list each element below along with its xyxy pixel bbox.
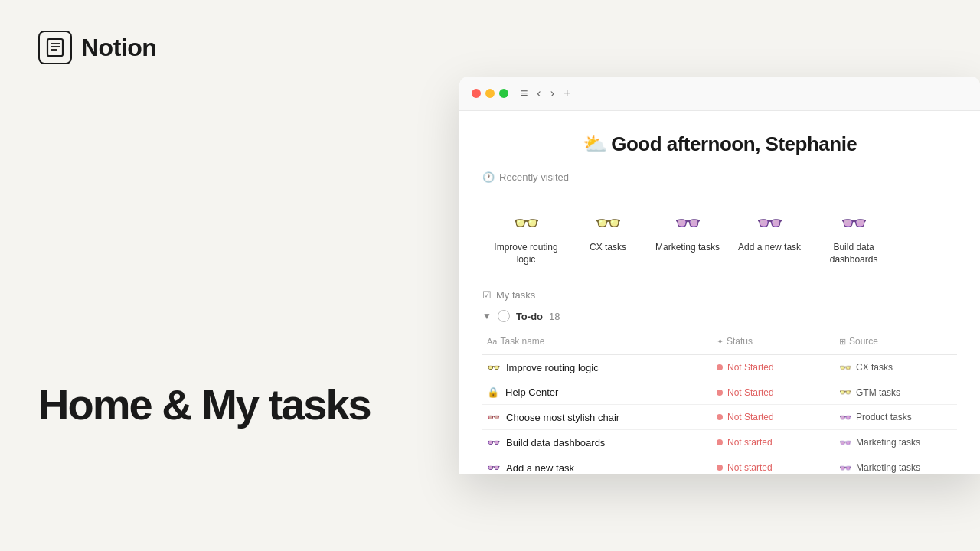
tasks-section-header: ☑ My tasks — [482, 289, 957, 301]
add-icon[interactable]: + — [564, 87, 570, 99]
task-name-cell: 👓 Add a new task — [482, 457, 712, 474]
page-card-name-1: CX tasks — [590, 242, 626, 254]
greeting-section: ⛅Good afternoon, Stephanie — [459, 111, 980, 171]
filter-circle — [498, 310, 510, 322]
status-cell: Not Started — [712, 409, 835, 425]
pages-grid: 👓 Improve routing logic 👓 CX tasks 👓 Mar… — [459, 195, 980, 289]
task-icon: 👓 — [487, 461, 500, 474]
page-card-name-0: Improve routing logic — [492, 242, 560, 266]
col-task-name: Aa Task name — [482, 333, 712, 350]
source-icon: 👓 — [839, 462, 851, 474]
source-text: Marketing tasks — [856, 437, 920, 448]
page-card-3[interactable]: 👓 Add a new task — [729, 203, 810, 273]
page-card-icon-4: 👓 — [841, 210, 867, 236]
source-cell: 👓 CX tasks — [835, 359, 957, 377]
back-icon[interactable]: ‹ — [537, 87, 541, 99]
task-row[interactable]: 👓 Add a new task Not started 👓 Marketing… — [482, 455, 957, 474]
forward-icon[interactable]: › — [550, 87, 554, 99]
task-name-text: Add a new task — [506, 462, 574, 474]
tasks-section: ☑ My tasks ▼ To-do 18 Aa Task name ✦ Sta… — [459, 289, 980, 474]
tasks-filter[interactable]: ▼ To-do 18 — [482, 310, 957, 322]
task-name-cell: 🔒 Help Center — [482, 382, 712, 403]
hero-title: Home & My tasks — [38, 381, 413, 429]
minimize-dot[interactable] — [485, 89, 495, 98]
status-text: Not started — [727, 437, 773, 448]
task-rows-container: 👓 Improve routing logic Not Started 👓 CX… — [482, 355, 957, 474]
greeting-text: ⛅Good afternoon, Stephanie — [490, 132, 949, 156]
status-dot — [717, 390, 723, 396]
svg-rect-0 — [47, 39, 63, 56]
page-card-0[interactable]: 👓 Improve routing logic — [482, 203, 570, 273]
task-icon: 👓 — [487, 411, 500, 423]
task-icon: 🔒 — [487, 386, 499, 398]
status-dot — [717, 439, 723, 445]
hamburger-icon[interactable]: ≡ — [521, 87, 528, 99]
task-icon: 👓 — [487, 436, 500, 448]
maximize-dot[interactable] — [499, 89, 508, 98]
task-row[interactable]: 👓 Build data dashboards Not started 👓 Ma… — [482, 430, 957, 455]
page-card-name-2: Marketing tasks — [655, 242, 720, 254]
filter-count: 18 — [549, 311, 560, 322]
window-controls: ≡ ‹ › + — [521, 87, 570, 99]
notion-logo: Notion — [38, 31, 413, 64]
task-name-text: Improve routing logic — [506, 362, 599, 373]
status-text: Not Started — [727, 387, 774, 398]
close-dot[interactable] — [472, 89, 481, 98]
text-col-icon: Aa — [487, 337, 497, 346]
col-source: ⊞ Source — [835, 333, 957, 350]
task-row[interactable]: 🔒 Help Center Not Started 👓 GTM tasks — [482, 380, 957, 405]
app-window: ≡ ‹ › + ⛅Good afternoon, Stephanie 🕐 Rec… — [459, 77, 980, 474]
source-icon: 👓 — [839, 386, 851, 398]
page-card-4[interactable]: 👓 Build data dashboards — [810, 203, 897, 273]
task-name-cell: 👓 Choose most stylish chair — [482, 406, 712, 428]
my-tasks-label: My tasks — [496, 289, 535, 301]
filter-toggle-icon[interactable]: ▼ — [482, 311, 492, 321]
source-icon: 👓 — [839, 437, 851, 448]
notion-icon — [38, 31, 72, 64]
greeting-emoji: ⛅ — [583, 132, 607, 155]
source-cell: 👓 Marketing tasks — [835, 434, 957, 452]
source-text: GTM tasks — [856, 387, 900, 398]
col-status: ✦ Status — [712, 333, 835, 350]
filter-label: To-do — [516, 311, 543, 322]
task-name-cell: 👓 Improve routing logic — [482, 357, 712, 378]
status-text: Not Started — [727, 362, 774, 373]
task-name-text: Choose most stylish chair — [506, 412, 619, 423]
status-dot — [717, 414, 723, 420]
status-col-icon: ✦ — [717, 337, 724, 347]
task-icon: 👓 — [487, 361, 500, 373]
source-text: Product tasks — [856, 412, 912, 422]
source-cell: 👓 GTM tasks — [835, 383, 957, 401]
task-name-text: Build data dashboards — [506, 437, 605, 448]
left-panel: Notion Home & My tasks — [0, 0, 452, 551]
page-card-icon-1: 👓 — [595, 210, 622, 236]
page-card-name-3: Add a new task — [738, 242, 801, 254]
app-content: ⛅Good afternoon, Stephanie 🕐 Recently vi… — [459, 111, 980, 474]
clock-icon: 🕐 — [482, 171, 495, 183]
status-cell: Not started — [712, 459, 835, 474]
recently-visited-label: Recently visited — [499, 171, 569, 183]
checkbox-icon: ☑ — [482, 289, 492, 301]
source-icon: 👓 — [839, 362, 851, 373]
page-card-1[interactable]: 👓 CX tasks — [570, 203, 646, 273]
app-name: Notion — [81, 34, 156, 62]
status-text: Not Started — [727, 412, 774, 422]
task-table-header: Aa Task name ✦ Status ⊞ Source — [482, 328, 957, 355]
page-card-name-4: Build data dashboards — [819, 242, 888, 266]
page-card-icon-3: 👓 — [756, 210, 783, 236]
task-row[interactable]: 👓 Improve routing logic Not Started 👓 CX… — [482, 355, 957, 380]
status-text: Not started — [727, 462, 773, 473]
task-name-cell: 👓 Build data dashboards — [482, 432, 712, 453]
window-dots — [472, 89, 508, 98]
page-card-icon-0: 👓 — [513, 210, 540, 236]
source-col-icon: ⊞ — [839, 337, 846, 347]
window-chrome: ≡ ‹ › + — [459, 77, 980, 111]
page-card-2[interactable]: 👓 Marketing tasks — [646, 203, 729, 273]
status-cell: Not Started — [712, 384, 835, 401]
source-cell: 👓 Product tasks — [835, 409, 957, 426]
task-row[interactable]: 👓 Choose most stylish chair Not Started … — [482, 405, 957, 430]
source-icon: 👓 — [839, 412, 851, 423]
status-dot — [717, 465, 723, 471]
status-cell: Not Started — [712, 359, 835, 376]
source-cell: 👓 Marketing tasks — [835, 459, 957, 474]
